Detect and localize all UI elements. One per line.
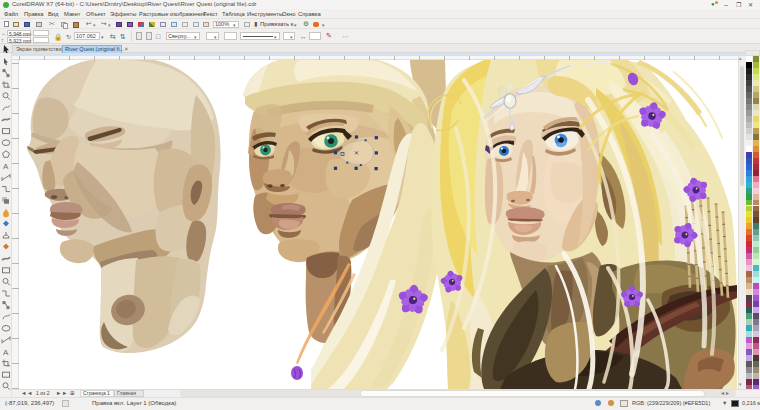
- svg-text:A: A: [3, 162, 9, 171]
- svg-text:A: A: [3, 348, 9, 357]
